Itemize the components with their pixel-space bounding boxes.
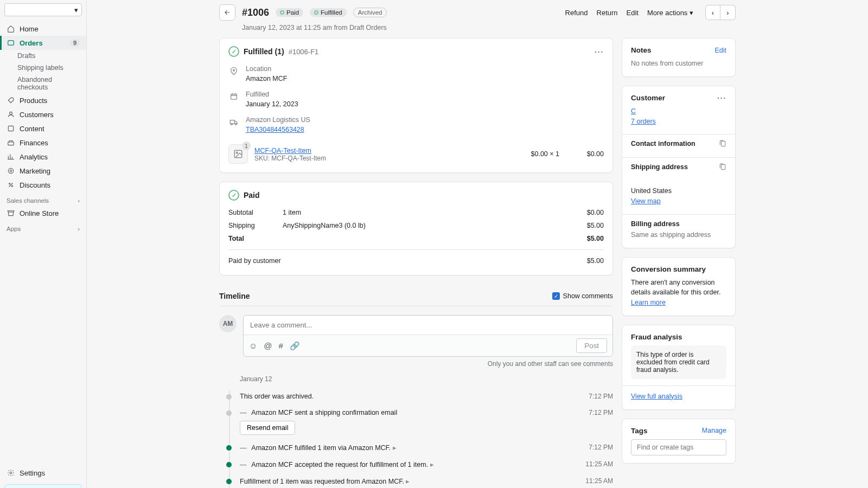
chevron-down-icon: ▾ (74, 6, 78, 14)
svg-point-7 (11, 185, 12, 187)
item-price: $0.00 (566, 150, 604, 158)
user-avatar: AM (219, 315, 237, 332)
fraud-card: Fraud analysis This type of order is exc… (622, 325, 736, 410)
nav-analytics[interactable]: Analytics (0, 150, 86, 164)
analytics-icon (7, 152, 15, 161)
hashtag-icon[interactable]: # (279, 341, 283, 350)
timeline-event: Fulfillment of 1 item was requested from… (240, 473, 613, 488)
svg-rect-17 (722, 165, 725, 170)
order-number: #1006 (242, 7, 269, 18)
orders-icon (7, 38, 15, 47)
nav-finances[interactable]: Finances (0, 136, 86, 150)
show-comments-toggle[interactable]: ✓ Show comments (552, 292, 613, 300)
view-full-analysis-link[interactable]: View full analysis (631, 393, 682, 400)
nav-drafts[interactable]: Drafts (0, 50, 86, 62)
nav-marketing[interactable]: Marketing (0, 164, 86, 178)
item-name-link[interactable]: MCF-QA-Test-Item (254, 147, 311, 155)
customer-orders-link[interactable]: 7 orders (631, 118, 656, 125)
calendar-icon (228, 91, 239, 102)
prev-order-button[interactable]: ‹ (705, 5, 720, 20)
nav-settings[interactable]: Settings (0, 466, 86, 480)
timeline-dot-icon (226, 410, 232, 416)
fulfilled-pill: Fulfilled (310, 8, 347, 17)
customer-card: Customer ··· C 7 orders Contact informat… (622, 86, 736, 248)
link-icon[interactable]: 🔗 (290, 341, 300, 351)
truck-icon (228, 117, 239, 127)
timeline-date: January 12 (240, 375, 613, 383)
customer-name-link[interactable]: C (631, 107, 636, 115)
clipboard-icon[interactable] (719, 140, 726, 147)
chevron-right-icon: › (726, 9, 729, 17)
svg-rect-10 (231, 94, 237, 99)
timeline-dot-icon (226, 462, 232, 467)
caret-right-icon[interactable]: ▸ (393, 444, 397, 452)
sales-channels-heading: Sales channels › (0, 192, 86, 206)
notes-edit-link[interactable]: Edit (714, 47, 726, 54)
return-button[interactable]: Return (597, 9, 618, 17)
collapse-icon[interactable]: — (240, 461, 247, 468)
collapse-icon[interactable]: — (240, 444, 247, 452)
nav-products[interactable]: Products (0, 93, 86, 107)
fulfillment-more-button[interactable]: ··· (595, 48, 604, 56)
order-header: #1006 Paid Fulfilled Archived Refund Ret… (219, 2, 736, 23)
home-icon (7, 24, 15, 33)
discounts-icon (7, 181, 15, 189)
learn-more-link[interactable]: Learn more (631, 299, 666, 306)
back-button[interactable] (219, 4, 235, 21)
caret-right-icon[interactable]: ▸ (406, 478, 410, 485)
tracking-link[interactable]: TBA304844563428 (246, 126, 304, 133)
resend-email-button[interactable]: Resend email (240, 421, 295, 435)
comment-input[interactable] (244, 316, 612, 335)
conversion-card: Conversion summary There aren't any conv… (622, 257, 736, 316)
nav-shipping-labels[interactable]: Shipping labels (0, 62, 86, 74)
gear-icon (7, 468, 15, 477)
more-actions-button[interactable]: More actions ▾ (647, 9, 693, 17)
archived-pill: Archived (353, 8, 387, 17)
chevron-right-icon[interactable]: › (78, 197, 80, 204)
clipboard-icon[interactable] (719, 163, 726, 171)
apps-heading: Apps › (0, 220, 86, 234)
tags-card: Tags Manage (622, 419, 736, 464)
nav-content[interactable]: Content (0, 121, 86, 136)
dot-icon (280, 10, 284, 15)
nav-orders[interactable]: Orders 9 (0, 36, 86, 50)
view-map-link[interactable]: View map (631, 197, 661, 205)
comment-note: Only you and other staff can see comment… (243, 360, 613, 368)
orders-badge: 9 (70, 39, 80, 47)
tags-input[interactable] (631, 439, 726, 455)
nav-discounts[interactable]: Discounts (0, 178, 86, 192)
emoji-icon[interactable]: ☺ (249, 341, 257, 350)
timeline-event: — Amazon MCF sent a shipping confirmatio… (240, 404, 613, 439)
mention-icon[interactable]: @ (264, 341, 272, 350)
order-subtitle: January 12, 2023 at 11:25 am from Draft … (219, 24, 736, 31)
timeline-event: — Amazon MCF accepted the request for fu… (240, 456, 613, 473)
refund-button[interactable]: Refund (565, 9, 588, 17)
svg-point-1 (10, 112, 12, 114)
nav-online-store[interactable]: Online Store (0, 206, 86, 220)
fulfillment-card: Fulfilled (1) #1006-F1 ··· Location Amaz… (219, 38, 613, 173)
dot-icon (314, 10, 318, 15)
post-button[interactable]: Post (576, 338, 607, 353)
nav-customers[interactable]: Customers (0, 107, 86, 121)
edit-button[interactable]: Edit (627, 9, 639, 17)
next-order-button[interactable]: › (720, 5, 736, 20)
nav-abandoned-checkouts[interactable]: Abandoned checkouts (0, 74, 86, 93)
manage-tags-link[interactable]: Manage (702, 427, 726, 434)
timeline-event: This order was archived. 7:12 PM (240, 388, 613, 404)
nav-home[interactable]: Home (0, 22, 86, 36)
checkbox-icon: ✓ (552, 292, 560, 300)
timeline-dot-icon (226, 394, 232, 400)
store-selector[interactable]: ▾ (4, 3, 82, 16)
svg-point-6 (9, 183, 10, 184)
svg-point-15 (236, 152, 238, 153)
chevron-right-icon[interactable]: › (78, 226, 80, 232)
caret-right-icon[interactable]: ▸ (430, 461, 434, 468)
item-thumbnail: 1 (228, 144, 248, 164)
notes-card: Notes Edit No notes from customer (622, 38, 736, 77)
collapse-icon[interactable]: — (240, 409, 247, 416)
customer-more-button[interactable]: ··· (717, 94, 726, 102)
item-qty: $0.00 × 1 (531, 150, 559, 158)
customers-icon (7, 110, 15, 119)
svg-point-8 (10, 472, 12, 474)
svg-rect-0 (8, 41, 14, 45)
